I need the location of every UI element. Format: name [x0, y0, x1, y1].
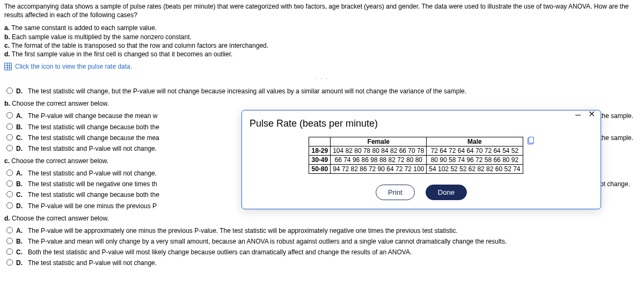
row-30-49: 30-49: [309, 156, 331, 165]
option-text: The test statistic will change because b…: [28, 123, 232, 131]
radio-icon[interactable]: [6, 123, 13, 130]
col-female: Female: [331, 137, 427, 146]
option-letter: B.: [16, 123, 25, 131]
option-letter: D.: [16, 202, 25, 210]
modal-title: Pulse Rate (beats per minute): [250, 118, 593, 129]
part-b-prompt: Choose the correct answer below.: [12, 100, 109, 107]
part-c-prompt: Choose the correct answer below.: [11, 157, 108, 165]
radio-icon[interactable]: [6, 191, 13, 197]
radio-icon[interactable]: [6, 170, 13, 176]
minimize-icon[interactable]: –: [575, 109, 581, 119]
subpart-c-label: c.: [4, 42, 10, 49]
option-text-right: the sample.: [600, 112, 633, 120]
part-b-label: b.: [4, 100, 10, 107]
part-d-label: d.: [4, 215, 10, 222]
radio-icon[interactable]: [6, 134, 13, 141]
cell-male-30-49: 80 90 58 74 96 72 58 66 80 92: [427, 156, 523, 165]
option-text: The test statistic will change, but the …: [28, 87, 466, 96]
option-text: The P-value will be approximately one mi…: [28, 226, 458, 235]
pulse-rate-table: Female Male 18-29 104 82 80 78 80 84 82 …: [309, 137, 523, 174]
option-text: The test statistic and P-value will not …: [28, 144, 232, 153]
cell-female-18-29: 104 82 80 78 80 84 82 66 70 78: [331, 146, 427, 156]
close-icon[interactable]: ✕: [588, 110, 595, 119]
table-icon[interactable]: [4, 63, 12, 70]
d-option-b[interactable]: B. The P-value and mean will only change…: [6, 236, 640, 247]
subparts-list: a. The same constant is added to each sa…: [4, 24, 640, 58]
option-text: The P-value and mean will only change by…: [28, 237, 507, 246]
cell-female-30-49: 66 74 96 86 98 88 82 72 80 80: [331, 156, 427, 165]
subpart-a-text: The same constant is added to each sampl…: [11, 24, 157, 32]
pulse-rate-modal: – ✕ Pulse Rate (beats per minute) Female…: [241, 110, 601, 209]
a-option-d[interactable]: D. The test statistic will change, but t…: [6, 86, 640, 97]
subpart-b-text: Each sample value is multiplied by the s…: [12, 33, 192, 41]
radio-icon[interactable]: [6, 227, 13, 233]
subpart-c-text: The format of the table is transposed so…: [11, 42, 268, 49]
subpart-a-label: a.: [4, 24, 10, 32]
d-option-d[interactable]: D. The test statistic and P-value will n…: [6, 258, 640, 268]
subpart-d-label: d.: [4, 50, 10, 58]
option-letter: D.: [16, 144, 25, 153]
print-button[interactable]: Print: [376, 185, 415, 200]
radio-icon[interactable]: [6, 87, 13, 94]
option-text: The P-value will be one minus the previo…: [28, 202, 232, 210]
option-text: The test statistic and P-value will not …: [28, 169, 232, 178]
radio-icon[interactable]: [6, 248, 13, 255]
option-text: Both the test statistic and P-value will…: [28, 248, 412, 256]
option-letter: B.: [16, 180, 25, 188]
view-data-link[interactable]: Click the icon to view the pulse rate da…: [15, 63, 132, 70]
part-d-prompt: Choose the correct answer below.: [12, 215, 109, 222]
radio-icon[interactable]: [6, 180, 13, 187]
cell-female-50-80: 94 72 82 86 72 90 64 72 72 100: [331, 165, 427, 174]
option-letter: A.: [16, 112, 25, 120]
radio-icon[interactable]: [6, 112, 13, 119]
option-letter: A.: [16, 226, 25, 235]
option-letter: D.: [16, 259, 25, 267]
table-row: 50-80 94 72 82 86 72 90 64 72 72 100 54 …: [309, 165, 523, 174]
option-letter: B.: [16, 237, 25, 246]
done-button[interactable]: Done: [426, 185, 467, 200]
subpart-d-text: The first sample value in the first cell…: [12, 50, 233, 58]
radio-icon[interactable]: [6, 145, 13, 151]
part-c-label: c.: [4, 157, 10, 165]
d-option-c[interactable]: C. Both the test statistic and P-value w…: [6, 247, 640, 258]
cell-male-18-29: 72 64 72 64 64 70 72 64 54 52: [427, 146, 523, 156]
option-letter: C.: [16, 248, 25, 256]
radio-icon[interactable]: [6, 238, 13, 244]
option-text: The test statistic will change because b…: [28, 190, 232, 199]
copy-icon[interactable]: [526, 137, 534, 144]
d-option-a[interactable]: A. The P-value will be approximately one…: [6, 225, 640, 236]
radio-icon[interactable]: [6, 259, 13, 266]
table-row: 18-29 104 82 80 78 80 84 82 66 70 78 72 …: [309, 146, 523, 156]
option-text: The test statistic and P-value will not …: [28, 259, 157, 267]
separator-dots: · · ·: [4, 76, 640, 82]
option-letter: C.: [16, 190, 25, 199]
option-letter: D.: [16, 87, 25, 96]
radio-icon[interactable]: [6, 202, 13, 209]
col-male: Male: [427, 137, 523, 146]
option-text-left: The test statistic will be negative one …: [28, 180, 232, 188]
row-50-80: 50-80: [309, 165, 331, 174]
option-letter: A.: [16, 169, 25, 178]
option-text-left: The test statistic will change because t…: [28, 134, 232, 142]
option-text-left: The P-value will change because the mean…: [28, 112, 232, 120]
cell-male-50-80: 54 102 52 52 62 82 82 60 52 74: [427, 165, 523, 174]
table-corner: [309, 137, 331, 146]
option-text-right: ot change.: [600, 180, 630, 188]
table-row: 30-49 66 74 96 86 98 88 82 72 80 80 80 9…: [309, 156, 523, 165]
option-text-right: the sample.: [600, 134, 633, 142]
row-18-29: 18-29: [309, 146, 331, 156]
question-intro: The accompanying data shows a sample of …: [4, 2, 640, 19]
option-letter: C.: [16, 134, 25, 142]
subpart-b-label: b.: [4, 33, 10, 41]
